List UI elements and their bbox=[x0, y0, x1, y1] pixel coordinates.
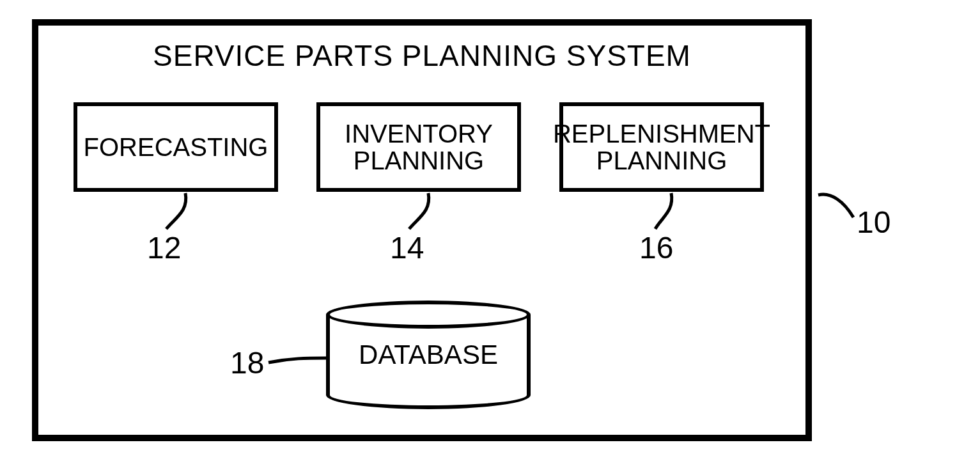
diagram-canvas: SERVICE PARTS PLANNING SYSTEM FORECASTIN… bbox=[0, 0, 980, 461]
lead-line-system bbox=[0, 0, 980, 461]
